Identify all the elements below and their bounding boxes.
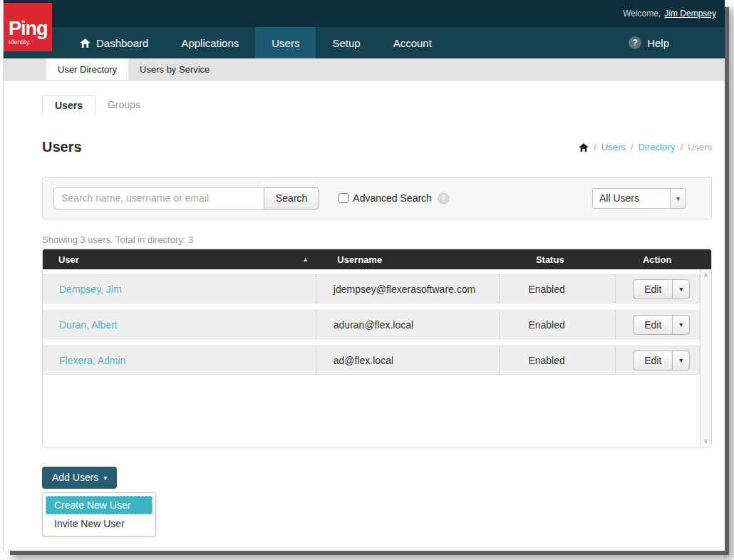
breadcrumb: / Users / Directory / Users: [579, 142, 712, 152]
breadcrumb-separator: /: [594, 142, 596, 152]
header-status[interactable]: Status: [507, 254, 626, 265]
table-row: Duran, Albert aduran@flex.local Enabled …: [43, 310, 700, 339]
advanced-search-label: Advanced Search: [353, 192, 432, 204]
table-row: Flexera, Admin ad@flex.local Enabled Edi…: [43, 346, 700, 375]
result-summary: Showing 3 users. Total in directory: 3: [42, 234, 712, 245]
main-content: Users Groups Users / Users / Directory /…: [4, 95, 725, 536]
add-users-label: Add Users: [52, 472, 98, 483]
edit-split-button: Edit ▾: [633, 351, 690, 370]
edit-button[interactable]: Edit: [633, 279, 673, 299]
subnav-tab-users-by-service[interactable]: Users by Service: [128, 58, 221, 80]
home-icon[interactable]: [579, 143, 589, 152]
nav-item-setup[interactable]: Setup: [316, 27, 376, 58]
topbar: Welcome, Jim Dempsey: [4, 0, 725, 27]
edit-dropdown-button[interactable]: ▾: [672, 351, 690, 370]
table-body: Dempsey, Jim jdempsey@flexerasoftware.co…: [43, 269, 711, 447]
filter-selected-value: All Users: [593, 192, 670, 204]
advanced-search-checkbox[interactable]: [338, 193, 348, 203]
main-nav: Dashboard Applications Users Setup Accou…: [4, 27, 725, 58]
scroll-down-icon[interactable]: ∨: [703, 437, 708, 445]
caret-down-icon: ▾: [679, 321, 683, 328]
caret-down-icon: ▾: [679, 356, 683, 364]
add-users-button[interactable]: Add Users ▾: [42, 467, 117, 489]
chevron-down-icon: ▾: [670, 189, 686, 208]
search-button[interactable]: Search: [264, 187, 319, 209]
nav-label: Setup: [332, 37, 360, 49]
directory-tabs: Users Groups: [42, 95, 712, 115]
breadcrumb-separator: /: [680, 142, 683, 152]
status-cell: Enabled: [499, 346, 615, 374]
search-panel: Search Advanced Search ? All Users ▾: [42, 177, 712, 219]
sort-ascending-icon[interactable]: ▲: [302, 256, 309, 263]
table-header: User ▲ Username Status Action: [43, 249, 711, 269]
breadcrumb-separator: /: [631, 142, 634, 152]
advanced-search-group: Advanced Search ?: [338, 192, 450, 204]
scroll-up-icon[interactable]: ∧: [703, 271, 708, 279]
breadcrumb-link-users[interactable]: Users: [601, 142, 626, 152]
home-icon: [80, 38, 91, 48]
edit-split-button: Edit ▾: [633, 315, 690, 335]
table-scrollbar[interactable]: ∧ ∨: [700, 269, 711, 447]
nav-label: Applications: [181, 37, 239, 49]
sub-nav: User Directory Users by Service: [4, 58, 725, 81]
username-cell: aduran@flex.local: [316, 311, 500, 338]
nav-label: Account: [393, 37, 432, 49]
edit-dropdown-button[interactable]: ▾: [672, 315, 690, 335]
help-label: Help: [647, 37, 669, 49]
subnav-label: User Directory: [58, 64, 117, 75]
title-row: Users / Users / Directory / Users: [42, 139, 712, 155]
help-icon: ?: [629, 36, 641, 49]
header-username[interactable]: Username: [320, 254, 507, 265]
nav-item-users[interactable]: Users: [255, 27, 316, 58]
table-row: Dempsey, Jim jdempsey@flexerasoftware.co…: [43, 274, 700, 304]
header-user[interactable]: User ▲: [43, 254, 320, 265]
nav-help[interactable]: ? Help: [629, 27, 725, 58]
header-action: Action: [626, 254, 711, 265]
username-cell: jdempsey@flexerasoftware.com: [316, 275, 500, 303]
breadcrumb-current: Users: [688, 142, 712, 152]
caret-down-icon: ▾: [103, 474, 107, 482]
edit-split-button: Edit ▾: [633, 279, 690, 299]
users-table: User ▲ Username Status Action Dempsey, J…: [42, 249, 712, 447]
logo-subtext: Identity.: [9, 39, 48, 46]
nav-label: Dashboard: [96, 37, 148, 49]
caret-down-icon: ▾: [679, 285, 683, 293]
nav-label: Users: [272, 37, 299, 49]
tab-groups[interactable]: Groups: [95, 95, 153, 115]
page-title: Users: [42, 139, 82, 155]
nav-item-applications[interactable]: Applications: [165, 27, 255, 58]
status-cell: Enabled: [499, 311, 615, 338]
add-users-menu: Create New User Invite New User: [42, 492, 156, 536]
nav-item-account[interactable]: Account: [377, 27, 448, 58]
user-filter-select[interactable]: All Users ▾: [592, 188, 686, 209]
search-input[interactable]: [53, 187, 264, 209]
ping-identity-logo[interactable]: Ping Identity.: [4, 3, 52, 51]
current-user-link[interactable]: Jim Dempsey: [664, 9, 716, 19]
user-name-link[interactable]: Flexera, Admin: [59, 355, 125, 366]
edit-button[interactable]: Edit: [633, 351, 673, 370]
nav-item-dashboard[interactable]: Dashboard: [63, 27, 165, 58]
header-label: User: [58, 254, 79, 265]
logo-text: Ping: [9, 19, 48, 38]
status-cell: Enabled: [499, 275, 615, 303]
menu-item-invite-new-user[interactable]: Invite New User: [46, 514, 153, 533]
edit-dropdown-button[interactable]: ▾: [672, 279, 690, 299]
breadcrumb-link-directory[interactable]: Directory: [638, 142, 675, 152]
username-cell: ad@flex.local: [316, 346, 500, 374]
welcome-label: Welcome,: [623, 9, 661, 19]
tab-users[interactable]: Users: [42, 95, 95, 115]
subnav-tab-user-directory[interactable]: User Directory: [46, 58, 128, 80]
subnav-label: Users by Service: [140, 64, 210, 75]
edit-button[interactable]: Edit: [633, 315, 673, 335]
screenshot-frame: Welcome, Jim Dempsey Ping Identity. Dash…: [0, 0, 734, 560]
app-window: Welcome, Jim Dempsey Ping Identity. Dash…: [3, 0, 725, 551]
user-name-link[interactable]: Duran, Albert: [59, 319, 118, 331]
menu-item-create-new-user[interactable]: Create New User: [46, 496, 153, 514]
question-icon[interactable]: ?: [438, 192, 450, 204]
user-name-link[interactable]: Dempsey, Jim: [59, 284, 122, 295]
